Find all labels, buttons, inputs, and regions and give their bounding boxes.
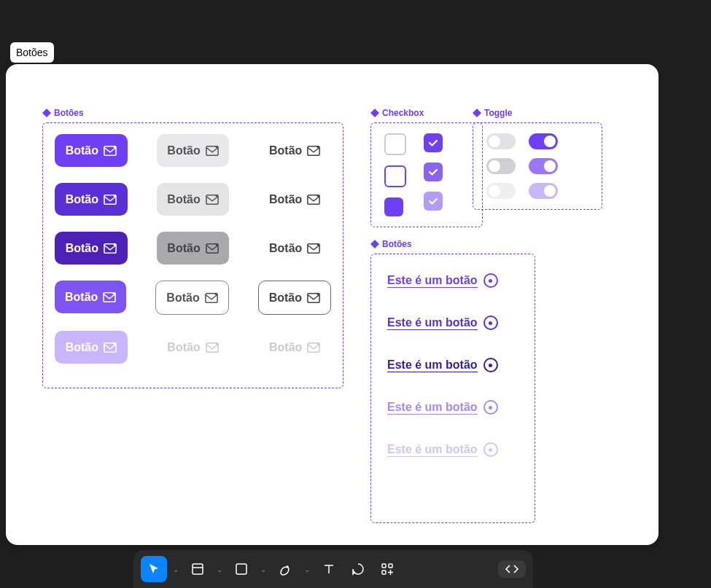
- svg-point-3: [215, 145, 218, 148]
- link-label: Este é um botão: [387, 274, 478, 288]
- button-label: Botão: [167, 193, 200, 206]
- tool-move-menu[interactable]: ⌄: [170, 565, 182, 573]
- section-title: Botões: [54, 108, 84, 118]
- button-primary-hover[interactable]: Botão: [55, 183, 128, 216]
- button-tertiary-hover[interactable]: Botão: [258, 183, 331, 216]
- tool-move[interactable]: [141, 556, 167, 582]
- button-primary-focus[interactable]: Botão: [55, 281, 126, 313]
- toggle-off-hover[interactable]: [486, 158, 516, 174]
- mail-icon: [307, 242, 320, 255]
- dev-mode-toggle[interactable]: [498, 560, 526, 578]
- button-label: Botão: [65, 291, 98, 304]
- mail-icon: [307, 193, 320, 206]
- button-secondary-default[interactable]: Botão: [157, 134, 230, 167]
- button-label: Botão: [66, 144, 98, 157]
- button-label: Botão: [167, 341, 200, 354]
- checkbox-unchecked-pressed[interactable]: [384, 197, 403, 216]
- comment-icon: [351, 562, 365, 576]
- link-buttons-group[interactable]: Este é um botão Este é um botão Este é u…: [370, 254, 535, 523]
- svg-point-5: [317, 145, 320, 148]
- code-icon: [504, 563, 520, 575]
- svg-point-25: [114, 342, 117, 345]
- link-label: Este é um botão: [387, 401, 478, 415]
- check-icon: [427, 166, 439, 178]
- svg-rect-37: [389, 564, 392, 568]
- tool-shape-menu[interactable]: ⌄: [257, 565, 269, 573]
- link-button-disabled: Este é um botão: [387, 442, 518, 457]
- target-icon: [483, 400, 498, 415]
- checkbox-unchecked-focus[interactable]: [384, 165, 406, 187]
- checkbox-checked-default[interactable]: [424, 133, 443, 152]
- mail-icon: [206, 193, 219, 206]
- link-label: Este é um botão: [387, 316, 478, 330]
- toggle-off-disabled: [486, 183, 516, 199]
- button-tertiary-pressed[interactable]: Botão: [258, 232, 331, 264]
- toggle-on-default[interactable]: [529, 133, 558, 149]
- button-label: Botão: [66, 341, 98, 354]
- cursor-icon: [147, 562, 161, 576]
- button-secondary-focus[interactable]: Botão: [155, 281, 228, 315]
- toggle-on-hover[interactable]: [529, 158, 558, 174]
- mail-icon: [104, 193, 117, 206]
- link-button-hover[interactable]: Este é um botão: [387, 315, 518, 330]
- target-icon: [483, 315, 498, 330]
- button-label: Botão: [269, 291, 302, 305]
- tool-comment[interactable]: [345, 556, 371, 582]
- buttons-group[interactable]: Botão Botão Botão Botão Botão Botão Botã…: [42, 122, 343, 388]
- component-icon: [42, 109, 51, 117]
- svg-point-9: [215, 194, 218, 197]
- figma-toolbar: ⌄ ⌄ ⌄ ⌄: [133, 550, 533, 588]
- link-button-focus[interactable]: Este é um botão: [387, 400, 518, 415]
- link-button-default[interactable]: Este é um botão: [387, 273, 518, 288]
- svg-point-27: [215, 342, 218, 345]
- mail-icon: [104, 341, 117, 354]
- design-canvas[interactable]: Botões Botão Botão Botão Botão Botão Bot…: [6, 64, 658, 545]
- section-title: Botões: [382, 239, 412, 249]
- button-label: Botão: [269, 144, 302, 157]
- button-tertiary-focus[interactable]: Botão: [258, 281, 331, 315]
- mail-icon: [104, 242, 117, 255]
- mail-icon: [307, 144, 320, 157]
- frame-name-tag[interactable]: Botões: [10, 42, 54, 63]
- svg-point-13: [114, 243, 117, 246]
- button-label: Botão: [167, 144, 200, 157]
- toggle-group[interactable]: [473, 122, 602, 210]
- target-icon: [483, 358, 498, 372]
- button-secondary-hover[interactable]: Botão: [157, 183, 230, 216]
- mail-icon: [103, 291, 116, 304]
- link-label: Este é um botão: [387, 443, 478, 457]
- tool-pen[interactable]: [272, 556, 298, 582]
- tool-text[interactable]: [316, 556, 342, 582]
- tool-shape[interactable]: [228, 556, 255, 582]
- toggle-off-default[interactable]: [486, 133, 516, 149]
- svg-rect-38: [382, 571, 386, 574]
- tool-frame-menu[interactable]: ⌄: [214, 565, 225, 573]
- button-label: Botão: [269, 341, 302, 354]
- svg-point-1: [114, 145, 117, 148]
- tool-frame[interactable]: [184, 556, 211, 582]
- link-button-pressed[interactable]: Este é um botão: [387, 358, 518, 372]
- button-label: Botão: [269, 193, 302, 206]
- svg-point-33: [287, 566, 288, 568]
- svg-point-19: [113, 291, 116, 294]
- svg-rect-30: [193, 564, 203, 574]
- mail-icon: [307, 291, 320, 305]
- checkbox-checked-hover[interactable]: [424, 162, 443, 181]
- svg-rect-36: [382, 564, 386, 568]
- button-tertiary-disabled: Botão: [258, 331, 331, 364]
- button-secondary-pressed[interactable]: Botão: [157, 232, 230, 264]
- checkbox-group[interactable]: [370, 122, 483, 227]
- button-tertiary-default[interactable]: Botão: [258, 134, 331, 167]
- section-title: Checkbox: [382, 108, 424, 118]
- tool-pen-menu[interactable]: ⌄: [301, 565, 313, 573]
- button-primary-default[interactable]: Botão: [55, 134, 128, 167]
- button-primary-pressed[interactable]: Botão: [55, 232, 128, 264]
- svg-point-15: [215, 243, 218, 246]
- checkbox-unchecked-default[interactable]: [384, 133, 406, 155]
- button-label: Botão: [269, 242, 302, 255]
- section-label-botoes: Botões: [42, 108, 343, 118]
- mail-icon: [104, 144, 117, 157]
- tool-actions[interactable]: [374, 556, 400, 582]
- text-icon: [322, 562, 335, 576]
- checkbox-checked-disabled: [424, 192, 443, 211]
